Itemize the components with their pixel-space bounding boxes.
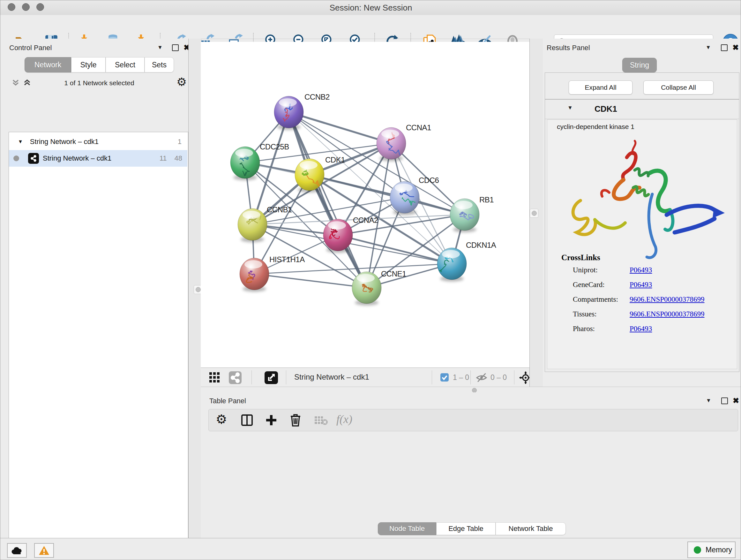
node-label-CDKN1A: CDKN1A — [466, 241, 496, 249]
network-selected-info: 1 of 1 Network selected — [36, 79, 163, 87]
table-panel-title: Table Panel — [209, 397, 246, 405]
network-node-CCNA1[interactable] — [377, 127, 406, 161]
right-splitter-handle[interactable] — [530, 209, 538, 218]
crosslink-label: Compartments: — [573, 295, 618, 304]
tab-style[interactable]: Style — [71, 57, 106, 72]
delete-table-icon — [314, 415, 328, 427]
crosslink-pharos-link[interactable]: P06493 — [630, 325, 652, 333]
network-node-HIST1H1A[interactable] — [240, 258, 269, 292]
table-panel-maximize-icon[interactable] — [721, 397, 728, 404]
control-panel: Control Panel ▼ ✖ Network Style Select S… — [0, 39, 188, 538]
results-panel-close-icon[interactable]: ✖ — [732, 44, 739, 51]
collapse-all-button[interactable]: Collapse All — [643, 80, 714, 95]
memory-label: Memory — [705, 546, 732, 554]
crosslink-label: GeneCard: — [573, 281, 605, 289]
main-toolbar: ? — [0, 15, 741, 39]
horizontal-splitter[interactable] — [201, 387, 741, 393]
memory-status-dot-icon — [694, 546, 701, 554]
network-node-CDK1[interactable] — [295, 159, 324, 192]
show-columns-icon[interactable] — [241, 414, 253, 428]
network-row-label: String Network – cdk1 — [43, 154, 111, 163]
crosslink-tissues-link[interactable]: 9606.ENSP00000378699 — [630, 310, 704, 318]
node-label-CCNB2: CCNB2 — [305, 92, 330, 101]
cloud-status-button[interactable] — [7, 543, 27, 558]
network-graph: CCNB2CCNA1CDC25BCDK1CDC6RB1CCNB1CCNA2CDK… — [201, 42, 529, 368]
control-panel-float-icon[interactable]: ▼ — [157, 44, 163, 51]
window-zoom-button[interactable] — [37, 3, 44, 11]
status-bar: Memory — [0, 538, 741, 560]
separator — [252, 370, 252, 384]
warning-icon — [39, 546, 50, 555]
network-edge-HIST1H1A-CCNE1[interactable] — [254, 274, 367, 288]
table-panel-float-icon[interactable]: ▼ — [706, 397, 711, 404]
expand-all-networks-icon[interactable] — [11, 78, 20, 88]
network-node-CCNB1[interactable] — [238, 208, 267, 242]
network-collection-row[interactable]: ▼ String Network – cdk1 1 — [9, 133, 187, 150]
crosslink-genecard-link[interactable]: P06493 — [630, 281, 652, 289]
tab-node-table[interactable]: Node Table — [378, 522, 436, 535]
node-label-CDC6: CDC6 — [419, 176, 439, 185]
collection-count: 1 — [178, 138, 182, 146]
network-canvas[interactable]: CCNB2CCNA1CDC25BCDK1CDC6RB1CCNB1CCNA2CDK… — [201, 42, 529, 368]
expand-all-button[interactable]: Expand All — [569, 80, 632, 95]
node-label-CDC25B: CDC25B — [260, 142, 289, 151]
crosslink-compartments-link[interactable]: 9606.ENSP00000378699 — [630, 295, 704, 304]
window-title: Session: New Session — [0, 0, 741, 15]
gene-section-caret-icon[interactable]: ▼ — [567, 105, 573, 111]
network-options-gear-icon[interactable]: ⚙ — [177, 75, 187, 89]
table-panel: Table Panel ▼ ✖ ⚙ f(x) shared — [201, 392, 741, 538]
control-panel-maximize-icon[interactable] — [172, 44, 179, 51]
window-close-button[interactable] — [8, 3, 15, 11]
tab-network-table[interactable]: Network Table — [495, 522, 566, 535]
gene-detail-card: cyclin-dependent kinase 1 — [547, 119, 737, 369]
selected-checkbox-icon[interactable] — [440, 373, 449, 383]
network-node-CDC25B[interactable] — [230, 146, 260, 180]
network-node-CCNE1[interactable] — [352, 272, 381, 306]
results-panel: Results Panel ▼ ✖ String Expand All Coll… — [543, 39, 741, 387]
tab-network[interactable]: Network — [24, 57, 71, 72]
gene-section-header[interactable]: ▼ CDK1 — [545, 100, 739, 119]
tab-sets[interactable]: Sets — [145, 57, 174, 72]
results-panel-float-icon[interactable]: ▼ — [705, 44, 711, 51]
collection-label: String Network – cdk1 — [30, 138, 98, 146]
crosslink-uniprot-link[interactable]: P06493 — [630, 266, 652, 274]
birdseye-view-icon[interactable] — [265, 371, 278, 384]
delete-column-trash-icon[interactable] — [289, 413, 302, 428]
add-column-icon[interactable] — [265, 414, 278, 428]
network-view-title: String Network – cdk1 — [294, 373, 369, 381]
protein-structure-image — [561, 135, 735, 264]
window-minimize-button[interactable] — [22, 3, 30, 11]
separator — [286, 370, 286, 384]
network-edge-CCNB2-CCNA1[interactable] — [289, 112, 391, 143]
collapse-all-networks-icon[interactable] — [23, 78, 31, 88]
cloud-icon — [11, 546, 23, 555]
crosslink-label: Tissues: — [573, 310, 597, 318]
network-share-icon[interactable] — [229, 371, 242, 384]
grid-view-icon[interactable] — [209, 372, 220, 384]
network-node-count: 11 — [159, 154, 167, 163]
network-node-RB1[interactable] — [450, 199, 479, 233]
collection-caret-icon[interactable]: ▼ — [18, 139, 23, 145]
node-label-RB1: RB1 — [479, 195, 494, 204]
warnings-button[interactable] — [34, 543, 54, 558]
horizontal-splitter-handle[interactable] — [472, 388, 477, 393]
node-label-CDK1: CDK1 — [325, 155, 345, 164]
network-tree: ▼ String Network – cdk1 1 String Network… — [9, 132, 188, 560]
table-panel-close-icon[interactable]: ✖ — [733, 397, 739, 405]
network-edge-CDK1-RB1[interactable] — [310, 175, 465, 214]
selected-count: 1 – 0 — [453, 373, 469, 382]
table-settings-gear-icon[interactable]: ⚙ — [216, 412, 227, 427]
separator — [470, 370, 471, 384]
memory-button[interactable]: Memory — [687, 542, 736, 558]
title-bar: Session: New Session — [0, 0, 741, 15]
node-label-HIST1H1A: HIST1H1A — [269, 255, 305, 264]
tab-select[interactable]: Select — [106, 57, 145, 72]
tab-edge-table[interactable]: Edge Table — [436, 522, 495, 535]
crosslink-label: Uniprot: — [573, 266, 598, 274]
node-label-CCNA2: CCNA2 — [353, 216, 378, 225]
results-panel-maximize-icon[interactable] — [721, 44, 728, 51]
results-buttons-card: Expand All Collapse All — [545, 72, 739, 99]
tab-string[interactable]: String — [622, 58, 657, 72]
network-node-CDKN1A[interactable] — [437, 248, 467, 282]
network-row-selected[interactable]: String Network – cdk1 11 48 — [9, 150, 187, 167]
